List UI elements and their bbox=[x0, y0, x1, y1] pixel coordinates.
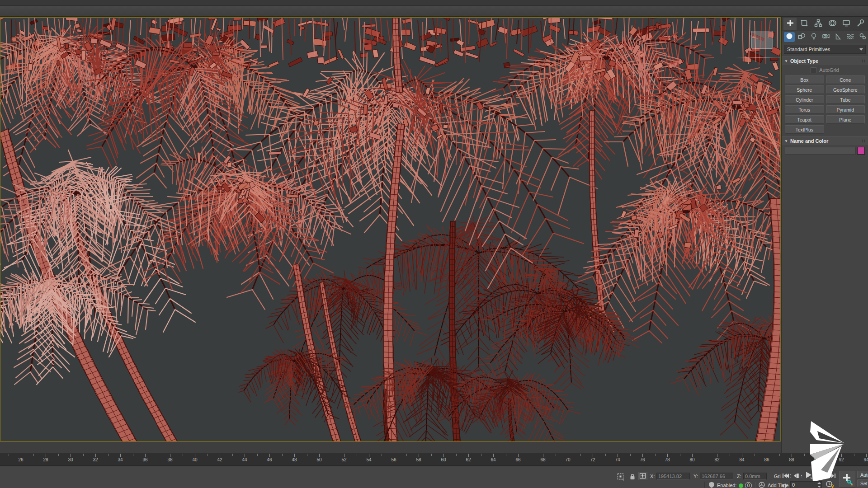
timeline-label: 84 bbox=[739, 457, 744, 462]
timeline-tick bbox=[593, 454, 593, 457]
timeline-tick bbox=[269, 454, 270, 457]
timeline-tick bbox=[95, 454, 96, 457]
timeline-label: 88 bbox=[789, 457, 794, 462]
timeline-label: 40 bbox=[192, 457, 197, 462]
object-type-rollout-header[interactable]: ▼ Object Type bbox=[782, 56, 868, 65]
tab-display[interactable] bbox=[840, 18, 853, 30]
timeline-tick bbox=[854, 454, 854, 456]
timeline-label: 68 bbox=[540, 457, 545, 462]
timeline-label: 28 bbox=[43, 457, 48, 462]
object-type-buttons: Box Cone Sphere GeoSphere Cylinder Tube … bbox=[785, 75, 865, 134]
previous-frame-button[interactable] bbox=[791, 472, 801, 480]
subtab-shapes[interactable] bbox=[796, 32, 807, 42]
time-slider-strip[interactable] bbox=[0, 442, 781, 453]
divider bbox=[755, 482, 756, 488]
tube-button[interactable]: Tube bbox=[826, 95, 865, 104]
z-coord-field[interactable]: 0.0mm bbox=[743, 473, 767, 480]
timeline-tick bbox=[680, 454, 680, 456]
goto-start-button[interactable] bbox=[781, 472, 790, 480]
shapes-icon bbox=[797, 32, 806, 42]
tab-hierarchy[interactable] bbox=[811, 18, 825, 30]
timeline-label: 58 bbox=[416, 457, 421, 462]
lights-bulb-icon bbox=[810, 32, 818, 42]
box-button[interactable]: Box bbox=[785, 75, 824, 84]
timeline-tick bbox=[605, 454, 606, 456]
tab-utilities[interactable] bbox=[854, 18, 867, 30]
name-color-rollout-header[interactable]: ▼ Name and Color bbox=[782, 136, 868, 145]
pyramid-button[interactable]: Pyramid bbox=[826, 105, 865, 114]
key-mode-toggle-icon[interactable] bbox=[781, 482, 788, 488]
timeline-tick bbox=[792, 454, 792, 457]
timeline-tick bbox=[133, 454, 133, 456]
timeline-label: 54 bbox=[366, 457, 371, 462]
object-color-swatch[interactable] bbox=[857, 147, 865, 155]
timeline-tick bbox=[667, 454, 668, 457]
status-bar: X: 195413.82 Y: 162687.66 Z: 0.0mm Grid … bbox=[0, 465, 868, 488]
timeline-label: 56 bbox=[391, 457, 396, 462]
frame-spinner-down[interactable] bbox=[817, 486, 821, 488]
timeline-tick bbox=[518, 454, 519, 457]
teapot-button[interactable]: Teapot bbox=[785, 115, 824, 124]
tab-modify[interactable] bbox=[797, 18, 811, 30]
y-coord-field[interactable]: 162687.66 bbox=[700, 473, 733, 480]
object-name-field[interactable] bbox=[785, 147, 856, 155]
viewcube-placeholder[interactable] bbox=[751, 31, 773, 49]
filters-shield-icon[interactable] bbox=[708, 481, 715, 488]
timeline-label: 74 bbox=[615, 457, 620, 462]
isolate-selection-icon[interactable] bbox=[617, 473, 625, 483]
timeline-tick bbox=[21, 454, 21, 457]
subtab-helpers[interactable] bbox=[833, 32, 844, 42]
timeline-label: 34 bbox=[118, 457, 123, 462]
track-bar-ruler[interactable]: 2628303234363840424446485052545658606264… bbox=[0, 453, 868, 466]
time-configuration-icon[interactable] bbox=[826, 480, 835, 488]
timeline-tick bbox=[145, 454, 146, 457]
subtab-systems[interactable] bbox=[857, 32, 868, 42]
autogrid-label: AutoGrid bbox=[819, 67, 839, 73]
timeline-label: 46 bbox=[267, 457, 272, 462]
set-key-button[interactable]: Set Ke bbox=[857, 479, 868, 487]
auto-key-button[interactable]: Auto K bbox=[857, 471, 868, 479]
tab-create[interactable] bbox=[783, 18, 797, 30]
timeline-tick bbox=[120, 454, 121, 457]
subtab-lights[interactable] bbox=[808, 32, 819, 42]
cylinder-button[interactable]: Cylinder bbox=[785, 95, 824, 104]
viewport-canvas[interactable] bbox=[0, 17, 781, 442]
cone-button[interactable]: Cone bbox=[826, 75, 865, 84]
plane-button[interactable]: Plane bbox=[826, 115, 865, 124]
textplus-button[interactable]: TextPlus bbox=[785, 125, 824, 134]
timeline-tick bbox=[195, 454, 195, 457]
timeline-tick bbox=[71, 454, 71, 457]
selection-lock-icon[interactable] bbox=[628, 473, 637, 483]
subtab-cameras[interactable] bbox=[821, 32, 831, 42]
autogrid-checkbox[interactable] bbox=[811, 67, 816, 73]
timeline-tick bbox=[294, 454, 295, 457]
geosphere-button[interactable]: GeoSphere bbox=[826, 85, 865, 94]
time-tag-wheel-icon[interactable] bbox=[758, 481, 765, 488]
animation-count-badge[interactable]: 0 bbox=[745, 482, 752, 488]
tab-motion[interactable] bbox=[826, 18, 839, 30]
timeline-tick bbox=[183, 454, 183, 456]
timeline-tick bbox=[344, 454, 344, 457]
create-plus-icon bbox=[786, 19, 795, 29]
timeline-tick bbox=[431, 454, 432, 456]
sphere-button[interactable]: Sphere bbox=[785, 85, 824, 94]
timeline-label: 62 bbox=[466, 457, 471, 462]
timeline-tick bbox=[108, 454, 108, 456]
timeline-tick bbox=[319, 454, 320, 457]
timeline-tick bbox=[357, 454, 357, 456]
timeline-label: 64 bbox=[491, 457, 495, 462]
timeline-tick bbox=[755, 454, 755, 456]
command-panel: Standard Primitives ▼ Object Type AutoGr… bbox=[781, 17, 868, 453]
timeline-label: 66 bbox=[515, 457, 520, 462]
timeline-tick bbox=[692, 454, 693, 457]
absolute-mode-button[interactable] bbox=[638, 472, 647, 480]
timeline-tick bbox=[456, 454, 457, 456]
frame-spinner-up[interactable] bbox=[817, 482, 821, 484]
x-coord-field[interactable]: 195413.82 bbox=[656, 473, 690, 480]
rollout-arrow-icon: ▼ bbox=[784, 59, 788, 63]
subtab-geometry[interactable] bbox=[784, 32, 795, 42]
subtab-space-warps[interactable] bbox=[845, 32, 856, 42]
torus-button[interactable]: Torus bbox=[785, 105, 824, 114]
timeline-tick bbox=[742, 454, 742, 457]
primitive-category-dropdown[interactable]: Standard Primitives bbox=[784, 45, 866, 54]
